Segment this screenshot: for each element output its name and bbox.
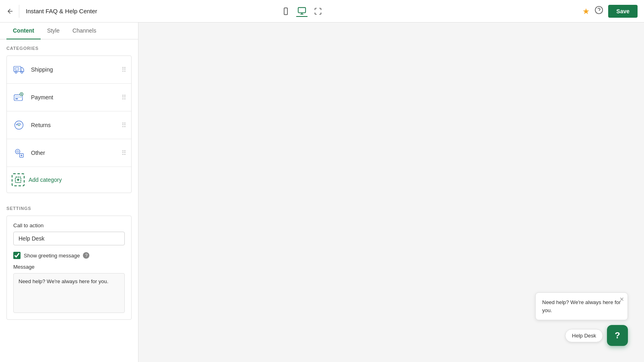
sidebar: Content Style Channels CATEGORIES: [0, 23, 138, 362]
main-layout: Content Style Channels CATEGORIES: [0, 23, 644, 362]
categories-title: CATEGORIES: [6, 46, 132, 51]
category-name-returns: Returns: [31, 122, 122, 128]
returns-icon: $: [12, 118, 26, 132]
payment-icon: $: [12, 90, 26, 105]
categories-list: Shipping ⠿ $ Payment: [6, 56, 132, 193]
settings-title: SETTINGS: [6, 206, 132, 211]
greeting-row: Show greeting message ?: [13, 252, 125, 259]
page-title: Instant FAQ & Help Center: [26, 8, 275, 14]
drag-handle-shipping[interactable]: ⠿: [122, 66, 126, 74]
desktop-icon[interactable]: [296, 6, 308, 17]
add-category-button[interactable]: Add category: [7, 167, 131, 193]
star-icon[interactable]: ★: [582, 6, 590, 16]
widget-button[interactable]: ?: [607, 325, 628, 346]
category-item-returns[interactable]: $ Returns ⠿: [7, 111, 131, 139]
category-name-shipping: Shipping: [31, 66, 122, 73]
svg-rect-13: [15, 98, 18, 99]
svg-rect-2: [298, 7, 305, 12]
add-category-label: Add category: [29, 177, 62, 183]
drag-handle-returns[interactable]: ⠿: [122, 121, 126, 129]
svg-point-20: [17, 150, 19, 152]
settings-card: Call to action Show greeting message ? M…: [6, 216, 132, 320]
category-name-payment: Payment: [31, 94, 122, 101]
svg-rect-10: [15, 68, 19, 70]
cta-input[interactable]: [13, 232, 125, 245]
topbar-right: ★ Save: [582, 5, 638, 18]
category-name-other: Other: [31, 150, 122, 156]
drag-handle-payment[interactable]: ⠿: [122, 94, 126, 101]
message-box: Need help? We're always here for you.: [13, 273, 125, 313]
svg-rect-0: [284, 8, 287, 14]
settings-section: SETTINGS Call to action Show greeting me…: [0, 200, 138, 326]
categories-section: CATEGORIES Shipping ⠿: [0, 39, 138, 200]
widget-cta-label[interactable]: Help Desk: [565, 329, 603, 342]
shipping-icon: [12, 62, 26, 77]
help-icon[interactable]: [594, 6, 603, 16]
show-greeting-label: Show greeting message: [24, 253, 80, 259]
tab-bar: Content Style Channels: [0, 23, 138, 39]
save-button[interactable]: Save: [608, 5, 638, 18]
category-item-shipping[interactable]: Shipping ⠿: [7, 56, 131, 84]
topbar: Instant FAQ & Help Center ★: [0, 0, 644, 23]
show-greeting-checkbox[interactable]: [13, 252, 21, 259]
widget-preview: ✕ Need help? We're always here for you. …: [535, 292, 628, 346]
tooltip-bubble: ✕ Need help? We're always here for you.: [535, 292, 628, 320]
category-item-payment[interactable]: $ Payment ⠿: [7, 84, 131, 111]
message-textarea[interactable]: Need help? We're always here for you.: [19, 278, 120, 306]
tooltip-close-button[interactable]: ✕: [619, 296, 624, 302]
info-icon[interactable]: ?: [83, 252, 89, 259]
widget-question-icon: ?: [615, 330, 620, 341]
other-icon: [12, 146, 26, 160]
tab-channels[interactable]: Channels: [66, 23, 103, 39]
tab-content[interactable]: Content: [6, 23, 41, 39]
add-category-icon: [12, 173, 25, 186]
main-canvas: ✕ Need help? We're always here for you. …: [138, 23, 644, 362]
fullscreen-icon[interactable]: [312, 6, 324, 17]
tab-style[interactable]: Style: [41, 23, 66, 39]
widget-bottom: Help Desk ?: [565, 325, 628, 346]
back-button[interactable]: [6, 5, 19, 18]
category-item-other[interactable]: Other ⠿: [7, 139, 131, 167]
device-icons: [280, 6, 324, 17]
drag-handle-other[interactable]: ⠿: [122, 149, 126, 157]
cta-label: Call to action: [13, 222, 125, 228]
mobile-icon[interactable]: [280, 6, 291, 17]
message-label: Message: [13, 264, 125, 270]
tooltip-text: Need help? We're always here for you.: [542, 298, 621, 314]
svg-rect-12: [14, 97, 23, 98]
